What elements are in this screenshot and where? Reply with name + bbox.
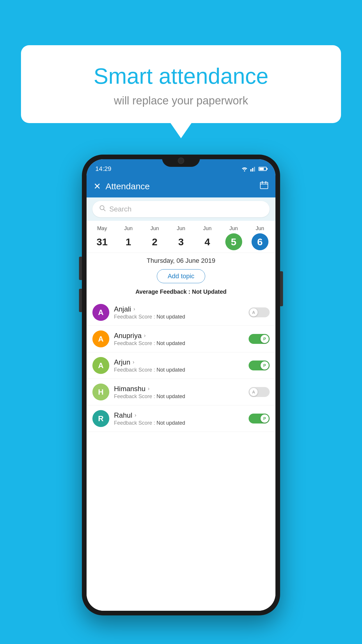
search-bar[interactable]: Search: [92, 201, 270, 217]
phone-outer: 14:29: [82, 155, 280, 615]
student-info: Himanshu›Feedback Score : Not updated: [114, 385, 249, 400]
toggle-knob: P: [261, 361, 269, 370]
calendar-day[interactable]: Jun4: [199, 225, 216, 250]
student-info: Anjali›Feedback Score : Not updated: [114, 305, 249, 320]
attendance-toggle[interactable]: P: [249, 414, 270, 424]
calendar-day[interactable]: Jun2: [146, 225, 163, 250]
toggle-knob: P: [261, 414, 269, 423]
student-item[interactable]: HHimanshu›Feedback Score : Not updatedA: [87, 379, 275, 405]
attendance-toggle-container: P: [249, 360, 270, 370]
volume-down-button[interactable]: [79, 289, 82, 312]
student-item[interactable]: AAnupriya›Feedback Score : Not updatedP: [87, 326, 275, 352]
camera-notch: [178, 158, 184, 164]
toggle-knob: A: [249, 308, 258, 316]
cal-date-label: 1: [120, 233, 137, 250]
student-name: Anupriya: [114, 332, 142, 340]
cal-date-label: 5: [225, 233, 242, 250]
calendar-strip: May31Jun1Jun2Jun3Jun4Jun5Jun6: [87, 221, 275, 253]
search-container: Search: [87, 197, 275, 221]
feedback-score: Feedback Score : Not updated: [114, 393, 249, 400]
close-button[interactable]: ✕: [94, 181, 101, 191]
svg-rect-4: [260, 182, 268, 189]
cal-date-label: 31: [94, 233, 110, 250]
feedback-score: Feedback Score : Not updated: [114, 340, 249, 346]
calendar-day[interactable]: Jun6: [252, 225, 268, 250]
toggle-knob: A: [249, 388, 258, 396]
student-avatar: R: [92, 410, 109, 427]
svg-point-0: [244, 170, 245, 172]
feedback-score: Feedback Score : Not updated: [114, 420, 249, 426]
student-avatar: A: [92, 357, 109, 374]
attendance-toggle[interactable]: A: [249, 307, 270, 317]
wifi-icon: [241, 166, 248, 172]
attendance-toggle-container: A: [249, 307, 270, 317]
cal-date-label: 6: [252, 233, 268, 250]
status-time: 14:29: [95, 165, 111, 173]
phone-wrapper: 14:29: [82, 155, 280, 615]
status-icons: [241, 166, 267, 172]
avg-feedback: Average Feedback : Not Updated: [87, 287, 275, 299]
student-name: Himanshu: [114, 385, 145, 393]
svg-rect-2: [252, 168, 253, 172]
calendar-day[interactable]: Jun1: [120, 225, 137, 250]
volume-up-button[interactable]: [79, 257, 82, 280]
chevron-right-icon: ›: [133, 306, 135, 312]
student-info: Anupriya›Feedback Score : Not updated: [114, 332, 249, 346]
student-item[interactable]: AAnjali›Feedback Score : Not updatedA: [87, 299, 275, 326]
student-avatar: A: [92, 304, 109, 321]
attendance-toggle-container: P: [249, 414, 270, 424]
toggle-knob: P: [261, 335, 269, 343]
signal-icon: [250, 166, 256, 172]
selected-date-label: Thursday, 06 June 2019: [87, 253, 275, 267]
cal-month-label: Jun: [124, 225, 133, 232]
student-name: Rahul: [114, 411, 132, 419]
battery-icon: [259, 167, 267, 171]
cal-month-label: Jun: [150, 225, 159, 232]
student-name: Arjun: [114, 358, 130, 366]
student-item[interactable]: RRahul›Feedback Score : Not updatedP: [87, 405, 275, 432]
phone-screen: 14:29: [87, 159, 275, 611]
cal-date-label: 2: [146, 233, 163, 250]
student-item[interactable]: AArjun›Feedback Score : Not updatedP: [87, 352, 275, 379]
svg-line-9: [104, 209, 106, 211]
chevron-right-icon: ›: [133, 359, 134, 365]
feedback-score: Feedback Score : Not updated: [114, 314, 249, 320]
student-info: Arjun›Feedback Score : Not updated: [114, 358, 249, 373]
student-name: Anjali: [114, 305, 131, 313]
calendar-button[interactable]: [260, 181, 268, 192]
student-list: AAnjali›Feedback Score : Not updatedAAAn…: [87, 299, 275, 611]
phone-notch: [162, 155, 200, 167]
speech-bubble: Smart attendance will replace your paper…: [21, 45, 341, 123]
attendance-toggle[interactable]: P: [249, 334, 270, 344]
attendance-toggle-container: A: [249, 387, 270, 397]
attendance-toggle[interactable]: P: [249, 360, 270, 370]
attendance-toggle[interactable]: A: [249, 387, 270, 397]
cal-date-label: 3: [173, 233, 189, 250]
app-bar-left: ✕ Attendance: [94, 181, 150, 191]
svg-rect-3: [254, 167, 255, 172]
chevron-right-icon: ›: [135, 412, 136, 418]
svg-rect-1: [250, 169, 252, 172]
app-title: Attendance: [106, 181, 150, 191]
cal-month-label: Jun: [203, 225, 212, 232]
chevron-right-icon: ›: [144, 332, 146, 339]
cal-month-label: May: [97, 225, 107, 232]
calendar-day[interactable]: Jun3: [173, 225, 189, 250]
attendance-toggle-container: P: [249, 334, 270, 344]
search-icon: [99, 205, 106, 213]
bubble-subtitle: will replace your paperwork: [36, 94, 326, 107]
cal-month-label: Jun: [229, 225, 238, 232]
add-topic-container: Add topic: [87, 267, 275, 287]
calendar-day[interactable]: May31: [94, 225, 110, 250]
cal-month-label: Jun: [256, 225, 264, 232]
search-placeholder: Search: [109, 205, 131, 213]
power-button[interactable]: [280, 271, 283, 306]
add-topic-button[interactable]: Add topic: [157, 269, 205, 283]
app-bar: ✕ Attendance: [87, 176, 275, 197]
calendar-day[interactable]: Jun5: [225, 225, 242, 250]
student-avatar: H: [92, 384, 109, 400]
student-info: Rahul›Feedback Score : Not updated: [114, 411, 249, 426]
feedback-score: Feedback Score : Not updated: [114, 367, 249, 373]
cal-date-label: 4: [199, 233, 216, 250]
cal-month-label: Jun: [177, 225, 185, 232]
